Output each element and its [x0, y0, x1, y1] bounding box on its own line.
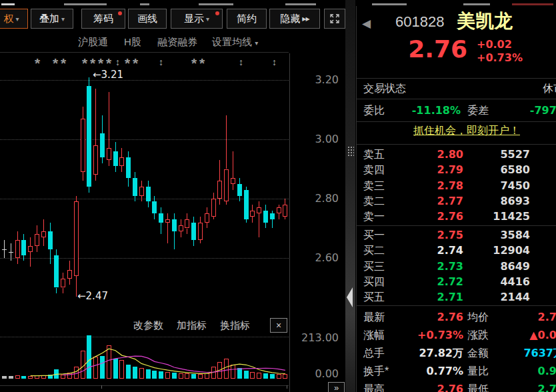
- fullscreen-button[interactable]: [324, 9, 345, 29]
- hide-button[interactable]: 隐藏▶▶: [269, 9, 320, 29]
- add-indicator-button[interactable]: 加指标: [177, 319, 207, 332]
- depth-price[interactable]: 2.80: [401, 148, 463, 161]
- candle-wick: [193, 217, 194, 223]
- candle-wick: [213, 217, 214, 219]
- candle-wick: [239, 178, 240, 184]
- buy-row[interactable]: 买一2.753584: [357, 227, 556, 243]
- candle-wick: [50, 249, 51, 264]
- collapse-panel-icon[interactable]: [347, 287, 353, 307]
- stat-label: 最新: [363, 311, 385, 325]
- draw-line-button[interactable]: 画线: [128, 9, 167, 29]
- candle-body: [113, 151, 118, 166]
- stat-label: 换手*: [363, 365, 389, 379]
- candle-body: [81, 119, 85, 172]
- buy-row[interactable]: 买二2.7412904: [357, 243, 556, 258]
- more-indicators-icon[interactable]: »: [328, 382, 345, 392]
- volume-bar: [107, 345, 111, 379]
- candle-wick: [213, 193, 214, 199]
- candle-wick: [69, 279, 70, 285]
- price-axis-label: 2.80: [291, 192, 339, 205]
- switch-indicator-button[interactable]: 换指标: [220, 319, 250, 332]
- depth-label: 买三: [363, 260, 385, 274]
- candle-body: [41, 231, 46, 237]
- volume-bar: [191, 374, 196, 379]
- simple-mode-button[interactable]: 简约: [227, 9, 267, 29]
- toolbar-button-label: 筹码: [93, 13, 113, 25]
- stat-label: 量比: [467, 365, 489, 379]
- event-marker-icon: *: [90, 59, 95, 68]
- depth-price[interactable]: 2.71: [401, 291, 463, 303]
- candle-wick: [285, 199, 285, 205]
- back-arrow-icon[interactable]: ◀: [362, 17, 371, 31]
- close-indicator-icon[interactable]: ×: [270, 318, 287, 333]
- toggle-hshare[interactable]: H股: [124, 36, 141, 49]
- depth-price[interactable]: 2.78: [401, 179, 463, 192]
- volume-bar: [15, 375, 20, 379]
- depth-price[interactable]: 2.73: [401, 260, 463, 273]
- sell-row[interactable]: 卖四2.796580: [357, 162, 556, 177]
- toggle-margin[interactable]: 融资融券: [157, 36, 197, 49]
- candle-wick: [23, 255, 24, 261]
- depth-label: 卖四: [363, 163, 385, 177]
- toggle-hgt[interactable]: 沪股通: [78, 36, 108, 49]
- volume-bar: [257, 373, 261, 379]
- candle-body: [257, 207, 261, 213]
- price-gridline: [0, 80, 289, 81]
- volume-axis-min: 0.00: [291, 367, 339, 380]
- volume-bar: [87, 335, 91, 379]
- depth-price[interactable]: 2.76: [401, 210, 463, 223]
- change-params-button[interactable]: 改参数: [133, 319, 163, 332]
- overlay-button[interactable]: 叠加▾: [31, 9, 73, 29]
- chips-button[interactable]: 筹码: [81, 9, 125, 29]
- menu-fragment: [199, 3, 233, 5]
- depth-price[interactable]: 2.75: [401, 229, 463, 241]
- volume-gridline: [0, 337, 289, 337]
- candle-wick: [135, 196, 135, 202]
- depth-label: 卖一: [363, 210, 385, 224]
- depth-label: 买四: [363, 275, 385, 289]
- buy-row[interactable]: 买三2.738649: [357, 259, 556, 274]
- event-marker-icon: *: [191, 59, 197, 68]
- candle-body: [185, 219, 189, 228]
- candle-wick: [226, 115, 227, 169]
- depth-volume: 7450: [467, 179, 530, 192]
- buy-row[interactable]: 买五2.712144: [357, 289, 556, 305]
- display-button[interactable]: 显示▾: [171, 9, 223, 29]
- candle-wick: [37, 246, 37, 252]
- event-marker-icon: *: [133, 59, 138, 68]
- depth-volume: 5527: [467, 148, 530, 161]
- candle-wick: [17, 258, 18, 264]
- depth-price[interactable]: 2.79: [401, 163, 463, 176]
- separator: [357, 121, 556, 122]
- candle-body: [172, 219, 177, 231]
- last-price: 2.76: [374, 35, 467, 63]
- menu-fragment: [140, 3, 149, 5]
- open-account-link[interactable]: 抓住机会，即刻开户！: [363, 124, 556, 138]
- candle-wick: [121, 148, 122, 157]
- depth-price[interactable]: 2.77: [401, 195, 463, 207]
- buy-row[interactable]: 买四2.724416: [357, 274, 556, 289]
- stat-label: 金额: [467, 347, 489, 361]
- candle-body: [159, 213, 163, 222]
- chart-bottom-axis: [0, 385, 289, 386]
- candle-wick: [109, 160, 109, 166]
- candle-body: [74, 201, 79, 275]
- candle-body: [133, 178, 137, 196]
- stat-value: 27.82万: [397, 347, 463, 361]
- candle-wick: [30, 252, 31, 267]
- candle-wick: [259, 201, 259, 207]
- candle-wick: [63, 288, 63, 294]
- price-gridline: [0, 139, 289, 140]
- depth-volume: 12904: [467, 244, 530, 257]
- panel-splitter[interactable]: [345, 0, 355, 392]
- depth-price[interactable]: 2.74: [401, 244, 463, 257]
- sell-row[interactable]: 卖五2.805527: [357, 147, 556, 162]
- volume-bar: [185, 373, 189, 379]
- sell-row[interactable]: 卖三2.787450: [357, 178, 556, 193]
- depth-price[interactable]: 2.72: [401, 275, 463, 288]
- event-marker-icon: *: [35, 59, 40, 68]
- sell-row[interactable]: 卖一2.7611425: [357, 209, 556, 224]
- ma-settings-dropdown[interactable]: 设置均线 ▾: [212, 36, 258, 49]
- fuquan-button[interactable]: 权▾: [0, 9, 28, 29]
- sell-row[interactable]: 卖二2.778693: [357, 193, 556, 209]
